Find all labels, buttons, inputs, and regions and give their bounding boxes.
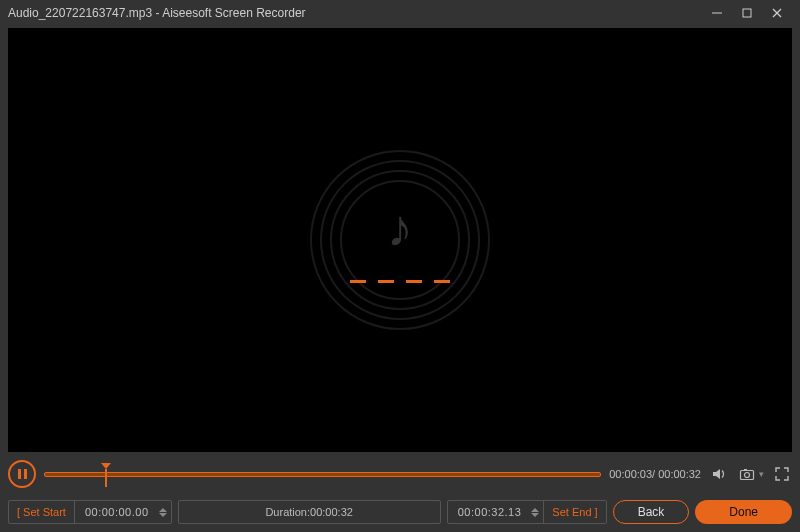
filename: Audio_220722163747.mp3 [8, 6, 152, 20]
snapshot-button[interactable] [737, 464, 757, 484]
maximize-button[interactable] [732, 3, 762, 23]
volume-icon [711, 466, 727, 482]
title-separator: - [152, 6, 162, 20]
set-end-button[interactable]: Set End ] [544, 501, 605, 523]
minimize-icon [711, 7, 723, 19]
music-note-icon: ♪ [387, 198, 413, 258]
snapshot-chevron-icon[interactable]: ▾ [759, 469, 764, 479]
close-button[interactable] [762, 3, 792, 23]
duration-display: Duration:00:00:32 [178, 500, 441, 524]
pause-icon [18, 469, 27, 479]
duration-label: Duration: [265, 506, 310, 518]
chevron-up-icon [531, 508, 539, 512]
total-time: 00:00:32 [658, 468, 701, 480]
svg-rect-4 [741, 471, 754, 480]
clip-end-group: 00:00:32.13 Set End ] [447, 500, 607, 524]
end-time-field[interactable]: 00:00:32.13 [448, 506, 532, 518]
back-button[interactable]: Back [613, 500, 690, 524]
set-start-button[interactable]: [ Set Start [9, 501, 74, 523]
audio-visualizer: ♪ [290, 130, 510, 350]
close-icon [771, 7, 783, 19]
fullscreen-button[interactable] [772, 464, 792, 484]
viz-dash [434, 280, 450, 283]
svg-rect-6 [744, 469, 747, 471]
chevron-down-icon [159, 513, 167, 517]
chevron-up-icon [159, 508, 167, 512]
viz-dash [378, 280, 394, 283]
titlebar: Audio_220722163747.mp3 - Aiseesoft Scree… [0, 0, 800, 26]
window-title: Audio_220722163747.mp3 - Aiseesoft Scree… [8, 6, 702, 20]
time-display: 00:00:03/ 00:00:32 [609, 468, 701, 480]
seek-progress [45, 469, 106, 481]
end-time-stepper[interactable] [531, 508, 543, 517]
camera-icon [739, 466, 755, 482]
preview-area: ♪ [8, 28, 792, 452]
playback-controls: 00:00:03/ 00:00:32 ▾ [8, 456, 792, 492]
svg-rect-1 [743, 9, 751, 17]
trim-bar: [ Set Start 00:00:00.00 Duration:00:00:3… [8, 498, 792, 526]
seek-handle[interactable] [101, 463, 111, 469]
seek-track [44, 472, 601, 477]
pause-button[interactable] [8, 460, 36, 488]
start-time-stepper[interactable] [159, 508, 171, 517]
fullscreen-icon [774, 466, 790, 482]
app-name: Aiseesoft Screen Recorder [162, 6, 305, 20]
done-button[interactable]: Done [695, 500, 792, 524]
chevron-down-icon [531, 513, 539, 517]
viz-dashes [350, 280, 450, 283]
start-time-field[interactable]: 00:00:00.00 [75, 506, 159, 518]
viz-dash [350, 280, 366, 283]
viz-dash [406, 280, 422, 283]
minimize-button[interactable] [702, 3, 732, 23]
seek-bar[interactable] [44, 468, 601, 480]
clip-start-group: [ Set Start 00:00:00.00 [8, 500, 172, 524]
duration-value: 00:00:32 [310, 506, 353, 518]
current-time: 00:00:03 [609, 468, 652, 480]
volume-button[interactable] [709, 464, 729, 484]
maximize-icon [741, 7, 753, 19]
svg-point-5 [745, 473, 750, 478]
